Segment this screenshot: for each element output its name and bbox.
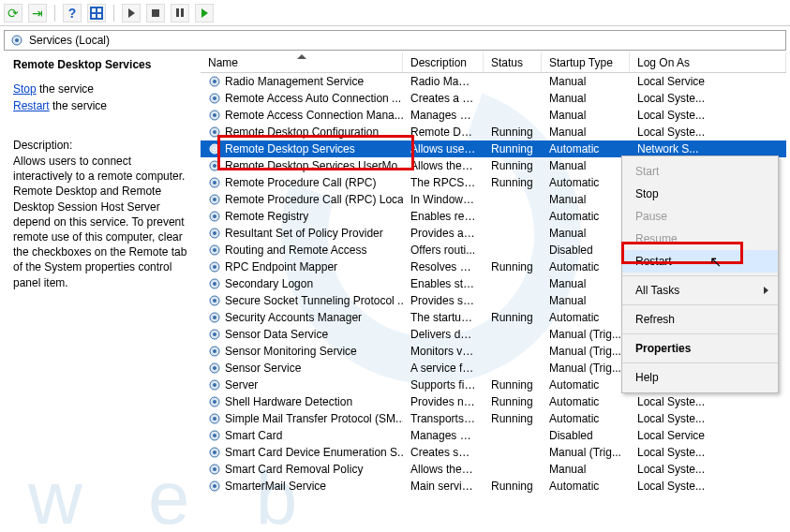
svg-point-1 <box>15 38 19 42</box>
service-description: Creates soft... <box>403 446 484 459</box>
table-row[interactable]: SmarterMail ServiceMain servic...Running… <box>201 478 786 495</box>
service-startup-type: Manual <box>542 227 630 240</box>
col-status[interactable]: Status <box>484 52 542 72</box>
ctx-restart[interactable]: Restart <box>622 250 778 273</box>
svg-point-29 <box>213 299 216 303</box>
ctx-refresh[interactable]: Refresh <box>622 308 778 331</box>
ctx-pause: Pause <box>622 205 778 228</box>
service-startup-type: Manual (Trig... <box>542 345 630 358</box>
service-log-on-as: Local Service <box>630 75 786 88</box>
start-service-icon[interactable] <box>122 4 141 22</box>
service-description: The RPCSS ... <box>403 176 484 189</box>
table-row[interactable]: Radio Management ServiceRadio Mana...Man… <box>201 73 786 90</box>
service-name: RPC Endpoint Mapper <box>225 260 337 273</box>
context-menu: Start Stop Pause Resume Restart All Task… <box>621 155 779 393</box>
gear-icon <box>208 109 221 122</box>
service-status: Running <box>484 395 542 408</box>
svg-point-3 <box>213 80 216 83</box>
service-startup-type: Manual <box>542 294 630 307</box>
table-row[interactable]: Smart Card Removal PolicyAllows the s...… <box>201 461 786 478</box>
export-icon[interactable]: ⇥ <box>28 4 47 22</box>
service-startup-type: Automatic <box>542 176 630 189</box>
table-row[interactable]: Remote Desktop ConfigurationRemote Des..… <box>201 124 786 140</box>
service-name: Remote Access Connection Mana... <box>225 109 403 122</box>
restart-link[interactable]: Restart <box>13 99 50 112</box>
restart-service-icon[interactable] <box>195 4 214 22</box>
service-description: Resolves RP... <box>403 260 484 273</box>
service-name: Remote Procedure Call (RPC) Loca... <box>225 193 403 206</box>
service-name: Routing and Remote Access <box>225 244 366 257</box>
service-description: Provides su... <box>403 294 484 307</box>
gear-icon <box>208 463 221 476</box>
table-row[interactable]: Remote Access Auto Connection ...Creates… <box>201 90 786 107</box>
service-startup-type: Automatic <box>542 378 630 392</box>
svg-point-5 <box>213 96 216 100</box>
service-status: Running <box>484 260 542 273</box>
col-name[interactable]: Name <box>201 52 403 72</box>
ctx-start: Start <box>622 160 778 183</box>
service-startup-type: Manual <box>542 159 630 172</box>
service-description: Enables star... <box>403 277 484 290</box>
service-log-on-as: Local Syste... <box>630 109 786 122</box>
help-icon[interactable]: ? <box>63 4 82 22</box>
ctx-resume: Resume <box>622 228 778 250</box>
svg-point-39 <box>213 383 216 387</box>
service-status: Running <box>484 159 542 172</box>
service-startup-type: Manual <box>542 75 630 88</box>
table-row[interactable]: Simple Mail Transfer Protocol (SM...Tran… <box>201 410 786 427</box>
service-startup-type: Manual (Trig... <box>542 328 630 341</box>
service-log-on-as: Local Service <box>630 429 786 442</box>
stop-link[interactable]: Stop <box>13 82 37 96</box>
service-name: Shell Hardware Detection <box>225 395 352 408</box>
service-description: Supports fil... <box>403 378 484 392</box>
table-row[interactable]: Smart Card Device Enumeration S...Create… <box>201 444 786 461</box>
tree-node-services-local[interactable]: Services (Local) <box>4 30 786 51</box>
service-startup-type: Manual <box>542 193 630 206</box>
service-startup-type: Disabled <box>542 244 630 257</box>
service-description: Manages di... <box>403 109 484 122</box>
service-startup-type: Automatic <box>542 395 630 408</box>
selected-service-title: Remote Desktop Services <box>13 58 191 71</box>
ctx-all-tasks[interactable]: All Tasks <box>622 279 778 302</box>
service-startup-type: Manual <box>542 126 630 139</box>
service-description: Manages ac... <box>403 429 484 442</box>
gear-icon <box>208 227 221 240</box>
ctx-stop[interactable]: Stop <box>622 183 778 205</box>
gear-icon <box>208 345 221 358</box>
service-description: In Windows... <box>403 193 484 206</box>
svg-point-33 <box>213 332 216 336</box>
service-description: Provides a n... <box>403 227 484 240</box>
table-row[interactable]: Remote Access Connection Mana...Manages … <box>201 107 786 124</box>
gear-icon <box>10 34 23 47</box>
ctx-help[interactable]: Help <box>622 366 778 389</box>
svg-point-21 <box>213 231 216 235</box>
toolbar: ⟳ ⇥ ? <box>0 0 790 26</box>
pause-service-icon[interactable] <box>171 4 189 22</box>
stop-service-link-row: Stop the service <box>13 81 191 97</box>
svg-point-35 <box>213 349 216 353</box>
col-startup-type[interactable]: Startup Type <box>542 52 630 72</box>
service-description: Allows the r... <box>403 159 484 172</box>
sort-asc-icon <box>297 54 306 59</box>
gear-icon <box>208 362 221 375</box>
gear-icon <box>208 480 221 493</box>
table-row[interactable]: Smart CardManages ac...DisabledLocal Ser… <box>201 427 786 444</box>
svg-point-7 <box>213 113 216 117</box>
properties-icon[interactable] <box>87 4 106 22</box>
service-description: Creates a co... <box>403 92 484 105</box>
stop-service-icon[interactable] <box>146 4 165 22</box>
table-row[interactable]: Shell Hardware DetectionProvides no...Ru… <box>201 393 786 410</box>
col-log-on-as[interactable]: Log On As <box>630 52 786 72</box>
svg-point-25 <box>213 265 216 269</box>
service-description: Main servic... <box>403 480 484 493</box>
service-name: Secondary Logon <box>225 277 313 290</box>
svg-point-23 <box>213 248 216 252</box>
refresh-icon[interactable]: ⟳ <box>4 4 22 22</box>
service-name: Sensor Data Service <box>225 328 328 341</box>
col-description[interactable]: Description <box>403 52 484 72</box>
service-startup-type: Manual <box>542 92 630 105</box>
ctx-properties[interactable]: Properties <box>622 337 778 360</box>
service-startup-type: Manual <box>542 463 630 476</box>
svg-point-17 <box>213 198 216 201</box>
gear-icon <box>208 260 221 273</box>
